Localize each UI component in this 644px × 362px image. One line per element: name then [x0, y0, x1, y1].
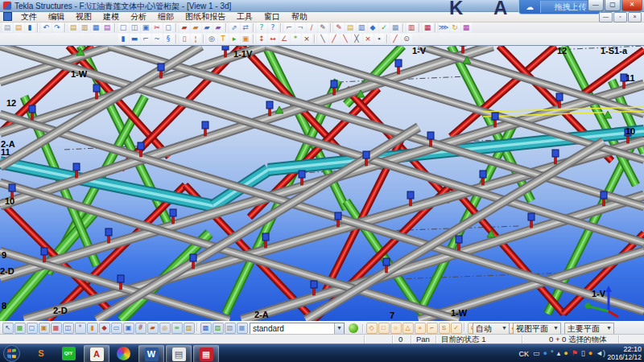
clone-object-icon[interactable]: ▦: [91, 23, 101, 33]
connection-plate[interactable]: [170, 209, 176, 216]
close-button[interactable]: ✕: [621, 0, 642, 11]
create-column-icon[interactable]: ▮: [118, 34, 129, 44]
select-filter-c-icon[interactable]: ▧: [225, 323, 236, 334]
copy-drawing-icon[interactable]: ▤: [68, 23, 79, 33]
sequencer-icon[interactable]: ⋙: [439, 23, 449, 33]
select-cursor-icon[interactable]: ↖: [2, 323, 14, 334]
connection-plate[interactable]: [262, 233, 269, 241]
snap-check-icon[interactable]: ✓: [451, 323, 462, 334]
degree-icon[interactable]: °: [551, 344, 554, 362]
ortho-view-icon[interactable]: ⌐: [284, 23, 295, 33]
perspective-view-icon[interactable]: ¬: [295, 23, 306, 33]
select-points-icon[interactable]: *: [75, 323, 86, 334]
component-cube-icon[interactable]: ◆: [368, 23, 378, 33]
connection-plate[interactable]: [311, 281, 317, 288]
select-views-icon[interactable]: ▣: [123, 323, 134, 334]
connection-plate[interactable]: [158, 64, 164, 71]
child-minimize-button[interactable]: —: [599, 12, 613, 23]
connection-plate[interactable]: [601, 191, 607, 199]
chevron-down-icon[interactable]: ▼: [334, 323, 344, 334]
snap-midpoint-icon[interactable]: ╲: [341, 34, 351, 44]
connection-plate[interactable]: [383, 258, 390, 265]
security-flag-icon[interactable]: ⚑: [572, 344, 578, 362]
taskbar-tekla-icon[interactable]: ▦: [193, 345, 219, 362]
menu-item-7[interactable]: 图纸和报告: [180, 11, 231, 22]
taskbar-notepad-icon[interactable]: ▤: [166, 345, 192, 362]
check-model-icon[interactable]: ✓: [379, 23, 390, 33]
pen-icon[interactable]: ✎: [334, 23, 345, 33]
rotation-combo[interactable]: 自动▼: [473, 323, 510, 335]
taskbar-autocad-icon[interactable]: A: [84, 345, 109, 362]
create-box-icon[interactable]: ▣: [241, 34, 251, 44]
connection-plate[interactable]: [363, 151, 369, 158]
cut-plane-icon[interactable]: ✂: [152, 23, 163, 33]
work-plane-combo[interactable]: 主要平面▼: [564, 323, 614, 335]
properties-orange-icon[interactable]: ▰: [191, 23, 201, 33]
report-icon[interactable]: ▥: [407, 23, 417, 33]
connection-plate[interactable]: [202, 121, 208, 129]
refresh-icon[interactable]: ↻: [450, 23, 460, 33]
select-surfaces-icon[interactable]: ▨: [184, 323, 195, 334]
connection-plate[interactable]: [138, 142, 144, 150]
chevron-down-icon[interactable]: ▼: [605, 323, 613, 334]
connection-plate[interactable]: [222, 45, 229, 50]
basic-view-icon[interactable]: □: [118, 23, 129, 33]
menu-item-2[interactable]: 编辑: [43, 11, 70, 22]
create-bolt-icon[interactable]: ¦: [191, 34, 201, 44]
connection-plate[interactable]: [460, 45, 466, 46]
create-tool-icon[interactable]: T: [218, 34, 229, 44]
walk-through-icon[interactable]: ▸: [229, 34, 240, 44]
keyboard-icon[interactable]: ▭: [533, 344, 540, 362]
create-curved-beam-icon[interactable]: ~: [152, 34, 163, 44]
volume-icon[interactable]: ◄): [596, 344, 605, 362]
menu-item-9[interactable]: 窗口: [258, 11, 286, 22]
update-dot-icon[interactable]: ●: [588, 344, 592, 362]
minimize-button[interactable]: —: [588, 0, 604, 11]
select-joints-icon[interactable]: ◎: [159, 323, 171, 334]
menu-item-10[interactable]: 帮助: [286, 11, 313, 22]
clash-check-icon[interactable]: ▦: [423, 23, 433, 33]
select-grid-lines-icon[interactable]: ▰: [147, 323, 159, 334]
pan-tool-icon[interactable]: ⇄: [241, 23, 251, 33]
snap-center-icon[interactable]: ⊙: [402, 34, 412, 44]
snap-circle-icon[interactable]: ○: [390, 323, 402, 334]
maximize-button[interactable]: ▢: [605, 0, 621, 11]
redo-icon[interactable]: ↷: [52, 23, 63, 33]
view-plane-combo[interactable]: 视图平面▼: [513, 323, 561, 335]
connection-plate[interactable]: [407, 191, 414, 199]
select-filter-d-icon[interactable]: ▦: [237, 323, 248, 334]
paste-icon[interactable]: ▥: [80, 23, 90, 33]
table-layout-icon[interactable]: ▦: [390, 23, 401, 33]
select-filter-b-icon[interactable]: ▨: [213, 323, 224, 334]
auto-components-icon[interactable]: *: [291, 34, 301, 44]
select-assembly-icon[interactable]: ▣: [39, 323, 50, 334]
connection-plate[interactable]: [93, 84, 100, 92]
connection-plate[interactable]: [9, 184, 15, 191]
child-restore-button[interactable]: ▫: [613, 12, 627, 23]
snap-reference-icon[interactable]: ╱: [390, 34, 401, 44]
selection-filter-combo[interactable]: standard ▼: [250, 323, 345, 335]
connection-plate[interactable]: [456, 236, 462, 243]
chevron-down-icon[interactable]: ▼: [500, 323, 509, 334]
connection-plate[interactable]: [395, 60, 402, 67]
menu-item-4[interactable]: 建模: [97, 11, 125, 22]
chevron-down-icon[interactable]: ▼: [551, 323, 560, 334]
context-help-icon[interactable]: ?: [257, 23, 267, 33]
taskbar-clock[interactable]: 22:10 2016/12/12: [607, 345, 642, 361]
connection-plate[interactable]: [528, 213, 535, 220]
view-on-plane-icon[interactable]: ▣: [141, 23, 151, 33]
select-bolts-icon[interactable]: ▮: [87, 323, 98, 334]
connection-plate[interactable]: [29, 105, 35, 113]
object-list-icon[interactable]: ▤: [102, 23, 113, 33]
fit-view-icon[interactable]: ◻: [163, 23, 174, 33]
taskbar-iqiyi-icon[interactable]: QIY: [56, 345, 80, 362]
create-beam-icon[interactable]: ▬: [130, 34, 140, 44]
help-icon[interactable]: ?: [268, 23, 279, 33]
create-item-icon[interactable]: ▯: [180, 34, 190, 44]
connection-plate[interactable]: [556, 93, 563, 101]
snap-box-icon[interactable]: □: [378, 323, 390, 334]
component-catalog-icon[interactable]: ▦: [461, 23, 472, 33]
select-grids-icon[interactable]: #: [135, 323, 147, 334]
link-objects-icon[interactable]: ▥: [357, 23, 367, 33]
phase-stack-icon[interactable]: ▤: [345, 23, 356, 33]
